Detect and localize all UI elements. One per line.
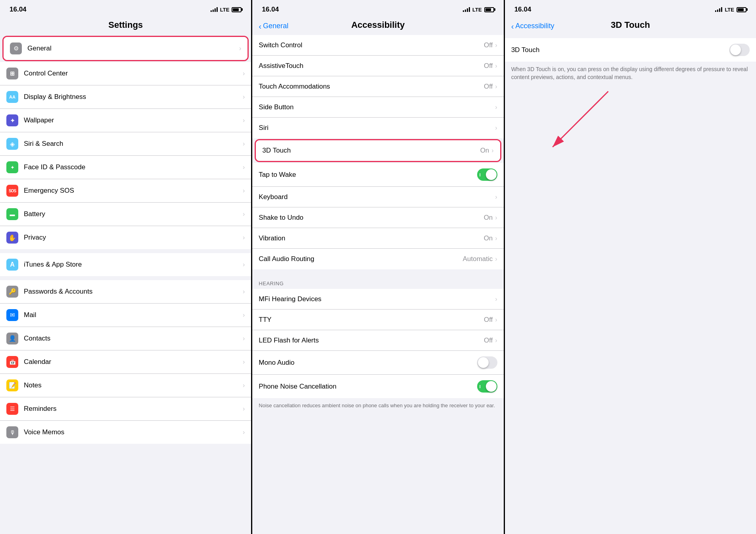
vibration-chevron: ›: [495, 235, 497, 242]
vibration-value: On: [484, 234, 493, 242]
back-label: General: [263, 22, 288, 30]
faceid-icon: ✦: [6, 161, 18, 173]
siri-chevron: ›: [243, 140, 245, 147]
faceid-label: Face ID & Passcode: [24, 163, 243, 171]
mono-toggle-knob: [478, 357, 489, 368]
settings-row-voicememo[interactable]: 🎙 Voice Memos ›: [0, 421, 251, 444]
reminders-icon: ☰: [6, 403, 18, 415]
3dtouch-toggle-label: 3D Touch: [511, 46, 729, 54]
settings-header: Settings: [0, 17, 251, 35]
settings-row-faceid[interactable]: ✦ Face ID & Passcode ›: [0, 156, 251, 179]
accessibility-list[interactable]: Switch Control Off › AssistiveTouch Off …: [252, 35, 503, 534]
itunes-label: iTunes & App Store: [24, 261, 243, 269]
settings-row-itunes[interactable]: A iTunes & App Store ›: [0, 253, 251, 276]
privacy-icon: ✋: [6, 232, 18, 244]
mfi-hearing-chevron: ›: [495, 296, 497, 303]
sos-chevron: ›: [243, 187, 245, 194]
settings-row-display[interactable]: AA Display & Brightness ›: [0, 85, 251, 109]
mail-label: Mail: [24, 311, 243, 319]
row-side-button[interactable]: Side Button ›: [252, 97, 503, 118]
call-audio-label: Call Audio Routing: [259, 255, 462, 263]
status-bar-1: 16.04 LTE: [0, 0, 251, 17]
privacy-label: Privacy: [24, 234, 243, 242]
settings-row-control-center[interactable]: ⊞ Control Center ›: [0, 62, 251, 85]
settings-row-reminders[interactable]: ☰ Reminders ›: [0, 397, 251, 421]
row-tap-to-wake[interactable]: Tap to Wake I: [252, 163, 503, 187]
mail-chevron: ›: [243, 312, 245, 319]
row-mfi-hearing[interactable]: MFi Hearing Devices ›: [252, 289, 503, 310]
row-3dtouch-toggle[interactable]: 3D Touch: [505, 38, 756, 62]
row-switch-control[interactable]: Switch Control Off ›: [252, 35, 503, 56]
side-button-label: Side Button: [259, 103, 495, 111]
settings-row-siri[interactable]: ◈ Siri & Search ›: [0, 132, 251, 156]
back-to-accessibility[interactable]: ‹ Accessibility: [511, 22, 555, 30]
row-tty[interactable]: TTY Off ›: [252, 310, 503, 330]
wallpaper-label: Wallpaper: [24, 116, 243, 124]
time-3: 16.04: [514, 6, 532, 14]
mono-audio-toggle[interactable]: [477, 356, 497, 369]
led-flash-label: LED Flash for Alerts: [259, 337, 484, 344]
wallpaper-chevron: ›: [243, 117, 245, 124]
accounts-settings-group: 🔑 Passwords & Accounts › ✉ Mail › 👤 Cont…: [0, 280, 251, 444]
settings-row-wallpaper[interactable]: ✦ Wallpaper ›: [0, 109, 251, 132]
row-phone-noise[interactable]: Phone Noise Cancellation I: [252, 375, 503, 398]
shake-undo-chevron: ›: [495, 214, 497, 221]
3dtouch-main-group: 3D Touch: [505, 38, 756, 62]
3dtouch-toggle[interactable]: [729, 44, 750, 56]
accessibility-title: Accessibility: [259, 20, 497, 30]
tap-to-wake-toggle[interactable]: I: [477, 168, 497, 181]
privacy-chevron: ›: [243, 234, 245, 241]
signal-icon-3: [715, 7, 722, 12]
status-icons-1: LTE: [211, 7, 242, 13]
phone-noise-toggle[interactable]: I: [477, 380, 497, 393]
row-3d-touch[interactable]: 3D Touch On ›: [256, 140, 500, 161]
settings-row-general[interactable]: ⚙ General ›: [4, 37, 247, 60]
settings-row-notes[interactable]: 📝 Notes ›: [0, 374, 251, 397]
switch-control-label: Switch Control: [259, 41, 484, 49]
keyboard-label: Keyboard: [259, 193, 495, 201]
settings-row-battery[interactable]: ▬ Battery ›: [0, 203, 251, 226]
control-center-chevron: ›: [243, 70, 245, 77]
battery-row-icon: ▬: [6, 208, 18, 220]
row-vibration[interactable]: Vibration On ›: [252, 228, 503, 249]
toggle-i-icon-2: I: [480, 384, 481, 389]
settings-row-passwords[interactable]: 🔑 Passwords & Accounts ›: [0, 280, 251, 304]
row-shake-undo[interactable]: Shake to Undo On ›: [252, 207, 503, 228]
phone-noise-label: Phone Noise Cancellation: [259, 383, 477, 391]
hearing-group: MFi Hearing Devices › TTY Off › LED Flas…: [252, 289, 503, 398]
row-call-audio[interactable]: Call Audio Routing Automatic ›: [252, 249, 503, 269]
sos-icon: SOS: [6, 185, 18, 197]
settings-list[interactable]: ⚙ General › ⊞ Control Center › AA Displa…: [0, 35, 251, 534]
settings-row-contacts[interactable]: 👤 Contacts ›: [0, 327, 251, 350]
row-touch-accommodations[interactable]: Touch Accommodations Off ›: [252, 76, 503, 97]
itunes-icon: A: [6, 259, 18, 271]
row-keyboard[interactable]: Keyboard ›: [252, 187, 503, 207]
settings-row-sos[interactable]: SOS Emergency SOS ›: [0, 179, 251, 203]
status-icons-3: LTE: [715, 7, 746, 13]
vibration-label: Vibration: [259, 234, 483, 242]
settings-row-calendar[interactable]: 📅 Calendar ›: [0, 350, 251, 374]
tty-value: Off: [484, 316, 493, 324]
back-to-general[interactable]: ‹ General: [259, 22, 288, 30]
general-chevron: ›: [239, 45, 241, 52]
row-assistivetouch[interactable]: AssistiveTouch Off ›: [252, 56, 503, 76]
assistivetouch-label: AssistiveTouch: [259, 62, 484, 70]
siri-label: Siri & Search: [24, 140, 243, 148]
settings-row-mail[interactable]: ✉ Mail ›: [0, 304, 251, 327]
row-mono-audio[interactable]: Mono Audio: [252, 351, 503, 375]
panel-accessibility: 16.04 LTE ‹ General Accessibility Switch…: [252, 0, 505, 534]
arrow-svg: [529, 87, 616, 159]
touch-accommodations-chevron: ›: [495, 83, 497, 90]
time-1: 16.04: [10, 6, 27, 14]
row-siri-a11y[interactable]: Siri ›: [252, 118, 503, 138]
apps-settings-group: A iTunes & App Store ›: [0, 253, 251, 276]
3dtouch-list: 3D Touch When 3D Touch is on, you can pr…: [505, 35, 756, 534]
row-led-flash[interactable]: LED Flash for Alerts Off ›: [252, 330, 503, 351]
settings-row-privacy[interactable]: ✋ Privacy ›: [0, 226, 251, 249]
calendar-chevron: ›: [243, 358, 245, 366]
shake-undo-value: On: [484, 214, 493, 222]
mail-icon: ✉: [6, 309, 18, 321]
passwords-chevron: ›: [243, 288, 245, 295]
battery-chevron: ›: [243, 211, 245, 218]
wallpaper-icon: ✦: [6, 114, 18, 126]
